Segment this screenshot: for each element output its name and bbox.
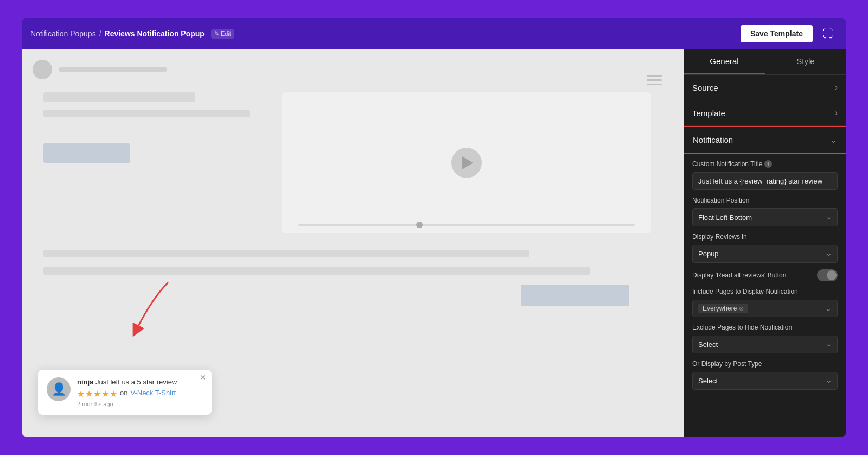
read-all-label: Display 'Read all reviews' Button bbox=[692, 271, 786, 279]
section-template-label: Template bbox=[692, 109, 725, 118]
star-1: ★ bbox=[77, 389, 85, 399]
custom-title-input[interactable] bbox=[692, 172, 838, 190]
breadcrumb-current: Reviews Notification Popup bbox=[105, 29, 205, 38]
skeleton-avatar bbox=[33, 60, 52, 79]
read-all-toggle[interactable] bbox=[817, 269, 838, 281]
skeleton-menu-line bbox=[647, 75, 662, 77]
display-reviews-group: Display Reviews in Popup bbox=[692, 233, 838, 263]
section-notification-label: Notification bbox=[693, 135, 733, 144]
include-pages-select[interactable]: Everywhere ⊗ bbox=[692, 300, 838, 317]
save-template-button[interactable]: Save Template bbox=[741, 25, 813, 42]
display-reviews-label: Display Reviews in bbox=[692, 233, 838, 241]
exclude-pages-select[interactable]: Select bbox=[692, 336, 838, 353]
star-3: ★ bbox=[93, 389, 101, 399]
star-2: ★ bbox=[85, 389, 93, 399]
edit-badge[interactable]: ✎ Edit bbox=[211, 29, 234, 39]
skeleton-line bbox=[59, 67, 167, 72]
skeleton-menu-line bbox=[647, 84, 662, 85]
section-source-label: Source bbox=[692, 83, 718, 92]
exclude-pages-label: Exclude Pages to Hide Notification bbox=[692, 324, 838, 331]
exclude-pages-group: Exclude Pages to Hide Notification Selec… bbox=[692, 324, 838, 353]
breadcrumb: Notification Popups / Reviews Notificati… bbox=[30, 29, 234, 39]
header-actions: Save Template ⛶ bbox=[741, 25, 838, 42]
chevron-right-icon: › bbox=[835, 108, 838, 118]
notif-product-link[interactable]: V-Neck T-Shirt bbox=[130, 389, 176, 399]
star-5: ★ bbox=[110, 389, 117, 399]
post-type-label: Or Display by Post Type bbox=[692, 360, 838, 368]
info-icon[interactable]: ℹ bbox=[764, 160, 772, 168]
skeleton-header bbox=[33, 60, 673, 79]
user-avatar-icon: 👤 bbox=[52, 382, 66, 396]
section-template[interactable]: Template › bbox=[684, 100, 846, 126]
toggle-thumb bbox=[827, 270, 837, 280]
include-pages-label: Include Pages to Display Notification bbox=[692, 288, 838, 295]
display-reviews-select-wrapper: Popup bbox=[692, 245, 838, 263]
notif-avatar: 👤 bbox=[47, 377, 71, 401]
main-content: 👤 ninja Just left us a 5 star review ★ ★… bbox=[22, 49, 846, 437]
play-button[interactable] bbox=[451, 148, 482, 178]
skeleton-line bbox=[43, 267, 590, 275]
post-type-group: Or Display by Post Type Select bbox=[692, 360, 838, 390]
video-preview bbox=[282, 92, 651, 233]
post-type-select[interactable]: Select bbox=[692, 372, 838, 390]
left-skeleton-content bbox=[43, 92, 206, 163]
position-select[interactable]: Float Left Bottom bbox=[692, 208, 838, 226]
skeleton-menu-line bbox=[647, 79, 662, 81]
notif-on-label: on bbox=[120, 389, 127, 399]
breadcrumb-separator: / bbox=[99, 29, 101, 38]
tag-remove-icon[interactable]: ⊗ bbox=[739, 305, 744, 312]
notif-close-button[interactable]: ✕ bbox=[200, 373, 206, 382]
include-pages-group: Include Pages to Display Notification Ev… bbox=[692, 288, 838, 317]
skeleton-button bbox=[43, 143, 130, 163]
custom-title-group: Custom Notification Title ℹ bbox=[692, 160, 838, 190]
breadcrumb-root[interactable]: Notification Popups bbox=[30, 29, 96, 38]
play-triangle-icon bbox=[462, 156, 473, 169]
notification-popup: 👤 ninja Just left us a 5 star review ★ ★… bbox=[38, 370, 212, 415]
canvas-area: 👤 ninja Just left us a 5 star review ★ ★… bbox=[22, 49, 684, 437]
video-progress-bar bbox=[298, 224, 635, 226]
skeleton-block bbox=[43, 110, 250, 117]
position-label: Notification Position bbox=[692, 197, 838, 204]
notif-time: 2 months ago bbox=[77, 401, 203, 407]
star-4: ★ bbox=[101, 389, 109, 399]
post-type-select-wrapper: Select bbox=[692, 372, 838, 390]
right-panel: General Style Source › Template › Notifi… bbox=[684, 49, 846, 437]
tab-general[interactable]: General bbox=[684, 49, 765, 74]
notification-form: Custom Notification Title ℹ Notification… bbox=[684, 154, 846, 396]
skeleton-spacer bbox=[43, 125, 206, 136]
custom-title-label: Custom Notification Title ℹ bbox=[692, 160, 838, 168]
section-source[interactable]: Source › bbox=[684, 75, 846, 100]
position-select-wrapper: Float Left Bottom bbox=[692, 208, 838, 226]
skeleton-block bbox=[43, 92, 195, 102]
notif-stars: ★ ★ ★ ★ ★ on V-Neck T-Shirt bbox=[77, 389, 203, 399]
skeleton-menu-icon bbox=[647, 75, 662, 86]
display-reviews-select[interactable]: Popup bbox=[692, 245, 838, 263]
notif-text: ninja Just left us a 5 star review bbox=[77, 377, 203, 387]
fullscreen-button[interactable]: ⛶ bbox=[818, 26, 838, 42]
section-notification[interactable]: Notification ⌄ bbox=[684, 126, 846, 154]
skeleton-nav-lines bbox=[59, 67, 673, 72]
header-bar: Notification Popups / Reviews Notificati… bbox=[22, 18, 846, 49]
notif-message: Just left us a 5 star review bbox=[95, 378, 177, 386]
skeleton-button bbox=[521, 285, 629, 306]
notif-username: ninja bbox=[77, 378, 93, 386]
read-all-toggle-row: Display 'Read all reviews' Button bbox=[692, 269, 838, 281]
tab-style[interactable]: Style bbox=[765, 49, 846, 74]
chevron-right-icon: › bbox=[835, 83, 838, 92]
chevron-down-icon: ⌄ bbox=[830, 135, 837, 145]
exclude-pages-select-wrapper: Select bbox=[692, 336, 838, 353]
panel-tabs: General Style bbox=[684, 49, 846, 75]
skeleton-line bbox=[43, 250, 529, 257]
red-arrow-indicator bbox=[119, 277, 184, 350]
include-pages-tag: Everywhere ⊗ bbox=[698, 304, 748, 313]
video-progress-thumb[interactable] bbox=[416, 222, 423, 228]
notif-content: ninja Just left us a 5 star review ★ ★ ★… bbox=[77, 377, 203, 407]
position-group: Notification Position Float Left Bottom bbox=[692, 197, 838, 226]
